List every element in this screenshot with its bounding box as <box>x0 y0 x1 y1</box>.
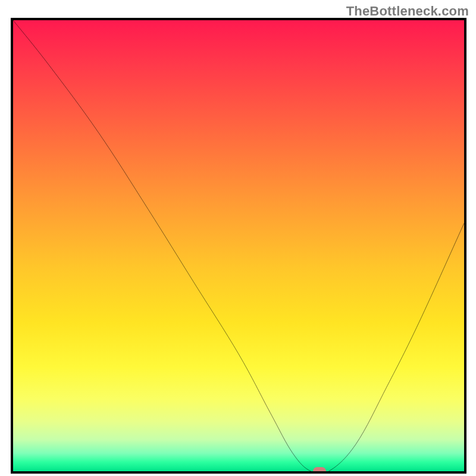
curve-path <box>13 20 464 471</box>
plot-area <box>11 18 466 474</box>
optimum-marker <box>313 467 326 474</box>
plot-frame <box>11 18 466 474</box>
bottleneck-curve <box>13 20 464 471</box>
watermark-text: TheBottleneck.com <box>346 4 469 19</box>
figure-canvas: TheBottleneck.com <box>0 0 476 476</box>
